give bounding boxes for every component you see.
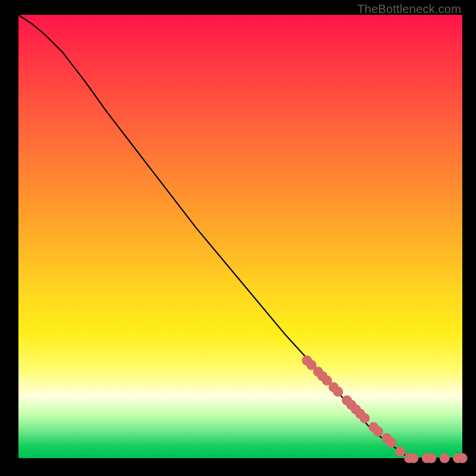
data-point	[408, 453, 418, 464]
data-point	[386, 437, 396, 447]
data-points	[302, 356, 467, 464]
data-point	[395, 446, 405, 456]
chart-frame: TheBottleneck.com	[0, 0, 476, 476]
bottleneck-curve	[18, 15, 462, 458]
chart-overlay	[18, 15, 462, 458]
data-point	[458, 453, 468, 464]
data-point	[426, 453, 436, 464]
attribution-label: TheBottleneck.com	[357, 2, 461, 16]
data-point	[359, 414, 369, 424]
data-point	[373, 427, 383, 437]
bottleneck-curve-path	[18, 15, 462, 458]
data-point	[440, 453, 450, 464]
data-point	[333, 387, 343, 397]
